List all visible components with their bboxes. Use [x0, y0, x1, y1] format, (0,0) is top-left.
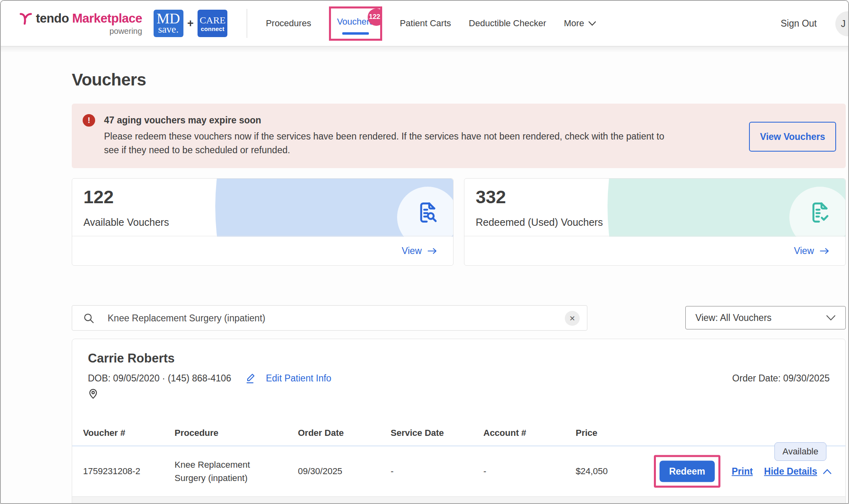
careconnect-logo: CARE connect [198, 10, 227, 37]
hide-details-link: Hide Details [764, 466, 817, 477]
document-check-icon [808, 200, 832, 225]
cell-service-date: - [391, 466, 483, 477]
header-divider [247, 9, 247, 38]
available-vouchers-card: 122 Available Vouchers View [72, 178, 454, 266]
voucher-table-row: 1759231208-2 Knee Replacement Surgery (i… [72, 446, 845, 496]
clear-search-button[interactable]: ✕ [565, 311, 580, 326]
page-title: Vouchers [72, 70, 146, 90]
cell-voucher-number: 1759231208-2 [83, 466, 175, 477]
redeemed-vouchers-card-footer: View [464, 236, 845, 265]
nav-more-label: More [564, 18, 584, 29]
view-link-label: View [794, 246, 814, 256]
cell-procedure: Knee Replacement Surgery (inpatient) [175, 458, 298, 485]
main-navigation: Procedures Vouchers 122 Patient Carts De… [266, 6, 596, 41]
careconnect-logo-care-text: CARE [200, 15, 225, 25]
header-account-number: Account # [483, 428, 576, 438]
procedure-text: Knee Replacement Surgery (inpatient) [175, 458, 262, 485]
cell-price: $24,050 [576, 466, 636, 477]
voucher-table-header: Voucher # Procedure Order Date Service D… [72, 421, 845, 446]
nav-deductible-checker[interactable]: Deductible Checker [469, 18, 546, 29]
view-filter-dropdown[interactable]: View: All Vouchers [685, 306, 846, 329]
order-date-label: Order Date: 09/30/2025 [732, 373, 830, 384]
voucher-search-box: ✕ [72, 305, 587, 331]
view-redeemed-vouchers-link[interactable]: View [794, 246, 830, 256]
patient-voucher-card: Carrie Roberts DOB: 09/05/2020 · (145) 8… [72, 339, 846, 504]
location-pin-icon [87, 387, 100, 400]
redeemed-vouchers-count: 332 [476, 187, 506, 208]
mdsave-logo-md-text: MD [157, 12, 180, 25]
vouchers-count-badge: 122 [368, 8, 382, 26]
careconnect-logo-connect-text: connect [201, 26, 225, 32]
alert-body: Please redeem these vouchers now if the … [104, 129, 664, 157]
edit-pencil-icon[interactable] [245, 372, 257, 384]
available-vouchers-card-footer: View [72, 236, 453, 265]
chevron-up-icon [823, 469, 832, 474]
nav-patient-carts[interactable]: Patient Carts [400, 18, 451, 29]
print-link[interactable]: Print [732, 466, 753, 477]
header-shadow [1, 46, 848, 53]
cell-order-date: 09/30/2025 [298, 466, 391, 477]
header-voucher-number: Voucher # [83, 428, 175, 438]
view-link-label: View [402, 246, 422, 256]
brand-powering-text: powering [109, 27, 142, 36]
expiring-vouchers-alert: ! 47 aging vouchers may expire soon Plea… [72, 104, 846, 168]
tendo-logo-icon [19, 12, 33, 25]
top-navigation-bar: tendo Marketplace powering MD save. + CA… [1, 1, 848, 46]
header-order-date: Order Date [298, 428, 391, 438]
redeem-button[interactable]: Redeem [660, 461, 715, 482]
view-vouchers-button[interactable]: View Vouchers [749, 122, 836, 152]
nav-more[interactable]: More [564, 18, 596, 29]
cell-account-number: - [483, 466, 576, 477]
tendo-marketplace-logo: tendo Marketplace powering [19, 11, 142, 36]
chevron-down-icon [588, 21, 596, 26]
active-tab-underline [342, 32, 369, 35]
patient-meta-row: DOB: 09/05/2020 · (145) 868-4106 Edit Pa… [88, 372, 331, 384]
annotation-highlight-vouchers: Vouchers 122 [329, 6, 382, 41]
mdsave-logo: MD save. [154, 10, 183, 37]
available-vouchers-card-top: 122 Available Vouchers [72, 179, 453, 237]
available-vouchers-label: Available Vouchers [83, 217, 169, 228]
next-row-preview-strip [72, 496, 845, 504]
view-available-vouchers-link[interactable]: View [402, 246, 438, 256]
annotation-highlight-redeem: Redeem [654, 455, 720, 488]
nav-procedures[interactable]: Procedures [266, 18, 311, 29]
search-icon [83, 312, 95, 324]
arrow-right-icon [820, 248, 830, 254]
hide-details-control[interactable]: Hide Details [764, 466, 832, 477]
alert-title: 47 aging vouchers may expire soon [104, 115, 261, 126]
status-badge-available: Available [774, 442, 826, 461]
mdsave-logo-save-text: save. [158, 25, 179, 34]
document-search-icon [416, 200, 440, 225]
app-window: tendo Marketplace powering MD save. + CA… [0, 0, 849, 504]
view-filter-label: View: All Vouchers [695, 312, 772, 323]
alert-exclamation-icon: ! [83, 114, 95, 127]
edit-patient-info-link[interactable]: Edit Patient Info [266, 373, 331, 384]
sign-out-button[interactable]: Sign Out [781, 18, 817, 29]
redeemed-vouchers-card-top: 332 Redeemed (Used) Vouchers [464, 179, 845, 237]
redeemed-vouchers-label: Redeemed (Used) Vouchers [476, 217, 603, 228]
brand-tendo-text: tendo [36, 11, 69, 26]
user-avatar[interactable]: J [835, 11, 849, 36]
brand-marketplace-text: Marketplace [72, 11, 142, 26]
header-service-date: Service Date [391, 428, 483, 438]
chevron-down-icon [826, 315, 836, 321]
redeemed-vouchers-card: 332 Redeemed (Used) Vouchers View [464, 178, 846, 266]
header-procedure: Procedure [175, 428, 298, 438]
patient-name: Carrie Roberts [88, 351, 175, 366]
header-price: Price [576, 428, 636, 438]
patient-dob-phone: DOB: 09/05/2020 · (145) 868-4106 [88, 373, 231, 384]
available-vouchers-count: 122 [83, 187, 114, 208]
search-input[interactable] [107, 306, 528, 331]
arrow-right-icon [427, 248, 438, 254]
plus-sign: + [187, 17, 194, 30]
